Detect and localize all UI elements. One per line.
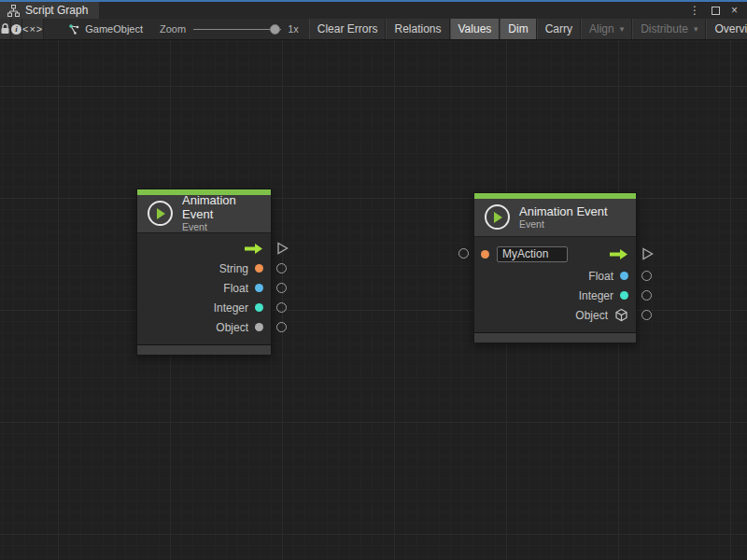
carry-button[interactable]: Carry [537,19,581,39]
zoom-slider[interactable] [193,19,281,39]
maximize-icon[interactable] [712,7,720,15]
zoom-control: Zoom 1x [160,19,299,39]
event-name-input[interactable] [497,246,568,262]
values-button[interactable]: Values [450,19,500,39]
output-port[interactable] [641,271,652,281]
output-port[interactable] [276,322,287,332]
float-type-dot [620,272,628,280]
string-type-dot [481,250,489,259]
output-row-integer: Integer [474,286,636,305]
align-button: Align ▾ [581,19,632,39]
script-graph-icon [7,5,20,17]
object-type-dot [255,323,263,331]
code-icon: <×> [22,23,43,35]
output-port[interactable] [276,302,287,313]
zoom-value: 1x [288,23,299,35]
integer-type-dot [255,303,263,312]
event-name-row [474,242,636,266]
tab-bar: Script Graph ⋮ × [0,2,747,19]
output-port[interactable] [641,290,652,301]
close-icon[interactable]: × [731,5,738,16]
output-row-object: Object [137,317,271,337]
unity-script-graph-window: Script Graph ⋮ × i <×> [0,0,747,560]
info-icon: i [11,24,21,35]
event-play-icon [485,204,510,230]
node-header[interactable]: Animation Event Event [474,199,636,237]
distribute-button: Distribute ▾ [632,19,706,39]
info-button[interactable]: i [11,19,22,39]
animation-event-node-left[interactable]: Animation Event Event String [136,189,272,356]
zoom-slider-handle[interactable] [270,24,280,35]
graph-canvas[interactable]: Animation Event Event String [0,40,747,560]
cube-icon [614,308,628,322]
integer-type-dot [620,291,628,300]
flow-port[interactable] [641,247,654,260]
node-header[interactable]: Animation Event Event [137,195,271,233]
graph-toolbar: i <×> GameObject Zoom 1x Clear Error [0,19,747,40]
node-body: Float Integer Object [474,237,636,330]
zoom-slider-track [193,29,281,30]
node-subtitle: Event [182,221,261,233]
node-body: String Float Integer Object [137,233,271,343]
window-menu-icon[interactable]: ⋮ [689,5,700,16]
node-title: Animation Event [519,204,608,218]
string-type-dot [255,264,263,273]
relations-button[interactable]: Relations [386,19,449,39]
output-row-float: Float [474,266,636,286]
dim-button[interactable]: Dim [500,19,536,39]
float-type-dot [255,284,263,292]
output-port[interactable] [276,283,287,293]
input-port[interactable] [458,248,469,259]
chevron-down-icon: ▾ [694,24,698,34]
gameobject-context: GameObject [68,19,143,39]
clear-errors-button[interactable]: Clear Errors [309,19,387,39]
output-port[interactable] [641,310,652,320]
event-play-icon [148,201,173,226]
output-row-object: Object [474,305,636,325]
flow-arrow-icon [609,248,628,260]
toolbar-buttons: Clear Errors Relations Values Dim Carry … [309,19,747,39]
gameobject-label: GameObject [85,23,143,35]
animation-event-node-right[interactable]: Animation Event Event [473,192,637,343]
flow-output-row [137,238,271,259]
window-controls: ⋮ × [689,2,747,19]
inspect-source-button[interactable]: <×> [22,19,44,39]
gameobject-icon [68,23,80,35]
output-port[interactable] [276,263,287,273]
output-row-integer: Integer [137,298,271,317]
node-subtitle: Event [519,218,608,231]
zoom-label: Zoom [160,23,186,35]
tab-label: Script Graph [25,4,88,17]
chevron-down-icon: ▾ [620,24,625,34]
lock-icon [0,23,10,35]
node-footer [137,344,271,355]
lock-button[interactable] [0,19,11,39]
node-title: Animation Event [182,193,261,221]
output-row-string: String [137,259,271,278]
overview-button[interactable]: Overview [706,19,747,39]
flow-arrow-icon [244,243,263,255]
output-row-float: Float [137,278,271,298]
flow-port[interactable] [276,242,289,255]
tab-script-graph[interactable]: Script Graph [0,2,99,19]
node-footer [474,332,636,343]
